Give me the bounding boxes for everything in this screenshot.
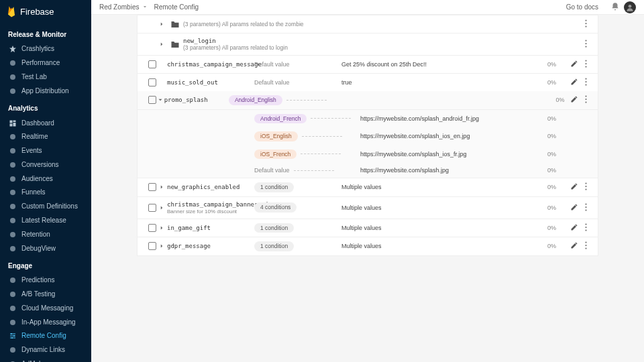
condition-chip[interactable]: Android_French [254, 114, 307, 124]
nav-item-label: Remote Config [21, 332, 66, 340]
avatar[interactable] [624, 1, 636, 13]
sidebar-item-dashboard[interactable]: Dashboard [0, 116, 91, 130]
nav-item-label: App Distribution [21, 87, 69, 95]
project-dropdown-icon[interactable] [142, 3, 148, 11]
nav-item-icon [8, 230, 17, 239]
condition-chip[interactable]: iOS_English [254, 131, 298, 141]
edit-icon[interactable] [570, 241, 578, 251]
row-checkbox[interactable] [148, 60, 156, 68]
params-table: (3 parameters) All params related to the… [137, 15, 598, 256]
sidebar-item-debugview[interactable]: DebugView [0, 241, 91, 255]
edit-icon[interactable] [570, 95, 578, 105]
param-row[interactable]: christmas_campaign_banner_sizeBanner siz… [138, 197, 598, 219]
folder-icon [167, 21, 183, 28]
more-icon[interactable] [585, 40, 587, 49]
sidebar-item-a-b-testing[interactable]: A/B Testing [0, 288, 91, 302]
content-area: (3 parameters) All params related to the… [91, 15, 644, 362]
expand-toggle[interactable] [156, 243, 167, 249]
edit-icon[interactable] [570, 223, 578, 233]
param-row[interactable]: in_game_gift1 conditionMultiple values0% [138, 219, 598, 238]
row-checkbox[interactable] [148, 183, 156, 191]
group-row[interactable]: (3 parameters) All params related to the… [138, 15, 598, 34]
condition-chip[interactable]: iOS_French [254, 149, 297, 160]
svg-point-46 [585, 229, 586, 231]
param-row[interactable]: new_graphics_enabled1 conditionMultiple … [138, 178, 598, 197]
condition-count-chip[interactable]: 1 condition [254, 241, 294, 251]
sidebar-item-in-app-messaging[interactable]: In-App Messaging [0, 315, 91, 329]
sidebar-item-retention[interactable]: Retention [0, 227, 91, 241]
expand-toggle[interactable] [156, 204, 167, 211]
nav-item-icon [8, 345, 17, 355]
sidebar-item-test-lab[interactable]: Test Lab [0, 70, 91, 84]
svg-point-8 [10, 204, 15, 209]
project-selector[interactable]: Red Zombies [99, 3, 139, 11]
chevron-right-icon [158, 21, 165, 27]
param-row[interactable]: promo_splash Android_English https://myw… [138, 91, 598, 110]
sidebar-item-admob[interactable]: AdMob [0, 357, 91, 362]
condition-count-chip[interactable]: 1 condition [254, 223, 294, 233]
expand-toggle[interactable] [156, 184, 167, 190]
more-icon[interactable] [585, 182, 587, 192]
default-value-label: Default value [254, 167, 290, 174]
row-checkbox[interactable] [148, 242, 156, 250]
edit-icon[interactable] [570, 203, 578, 213]
row-checkbox[interactable] [148, 78, 156, 86]
svg-point-41 [585, 203, 586, 204]
svg-point-2 [10, 88, 15, 94]
more-icon[interactable] [585, 78, 587, 87]
more-icon[interactable] [585, 223, 587, 233]
more-icon[interactable] [585, 241, 587, 251]
brand-logo[interactable]: Firebase [0, 0, 91, 24]
more-icon[interactable] [585, 60, 587, 69]
expand-toggle[interactable] [156, 41, 167, 48]
svg-point-12 [10, 278, 15, 283]
sidebar-item-custom-definitions[interactable]: Custom Definitions [0, 200, 91, 214]
sidebar-item-funnels[interactable]: Funnels [0, 186, 91, 200]
sidebar-item-predictions[interactable]: Predictions [0, 274, 91, 288]
section-release: Release & Monitor [0, 24, 91, 42]
sidebar-item-conversions[interactable]: Conversions [0, 158, 91, 172]
condition-chip[interactable]: Android_English [229, 95, 282, 105]
condition-count-chip[interactable]: 4 conditions [254, 202, 297, 213]
sidebar-item-cloud-messaging[interactable]: Cloud Messaging [0, 302, 91, 316]
more-icon[interactable] [585, 95, 587, 105]
expand-toggle[interactable] [156, 225, 167, 231]
param-subrow: iOS_Englishhttps://mywebsite.com/splash_… [138, 127, 598, 145]
nav-item-icon [8, 119, 17, 128]
svg-point-44 [585, 223, 586, 225]
svg-point-14 [10, 306, 15, 311]
nav-item-label: A/B Testing [21, 290, 55, 298]
param-row[interactable]: music_sold_outDefault valuetrue0% [138, 74, 598, 91]
expand-toggle[interactable] [156, 21, 167, 27]
docs-link[interactable]: Go to docs [566, 3, 598, 11]
sidebar-item-audiences[interactable]: Audiences [0, 172, 91, 186]
expand-toggle[interactable] [156, 97, 164, 103]
sidebar-item-remote-config[interactable]: Remote Config [0, 329, 91, 343]
nav-item-label: Retention [21, 231, 50, 239]
more-icon[interactable] [585, 203, 587, 213]
notifications-icon[interactable] [610, 2, 620, 13]
row-checkbox[interactable] [148, 96, 156, 104]
condition-count-chip[interactable]: 1 condition [254, 182, 294, 192]
param-row[interactable]: gdpr_message1 conditionMultiple values0% [138, 237, 598, 255]
svg-point-1 [10, 74, 15, 80]
row-checkbox[interactable] [148, 204, 156, 212]
row-checkbox[interactable] [148, 224, 156, 232]
sidebar-item-dynamic-links[interactable]: Dynamic Links [0, 343, 91, 357]
sidebar-item-crashlytics[interactable]: Crashlytics [0, 42, 91, 56]
param-row[interactable]: christmas_campaign_messageDefault valueG… [138, 56, 598, 74]
sidebar-item-app-distribution[interactable]: App Distribution [0, 84, 91, 98]
param-value: https://mywebsite.com/splash_ios_en.jpg [360, 133, 533, 139]
sidebar-item-events[interactable]: Events [0, 144, 91, 158]
svg-point-6 [10, 176, 15, 182]
param-value: https://mywebsite.com/splash_ios_fr.jpg [360, 151, 533, 158]
sidebar-item-realtime[interactable]: Realtime [0, 130, 91, 144]
edit-icon[interactable] [570, 182, 578, 192]
sidebar-item-latest-release[interactable]: Latest Release [0, 214, 91, 228]
param-value: Multiple values [341, 184, 533, 190]
edit-icon[interactable] [570, 78, 578, 87]
group-row[interactable]: new_login (3 parameters) All params rela… [138, 34, 598, 56]
sidebar-item-performance[interactable]: Performance [0, 56, 91, 70]
edit-icon[interactable] [570, 60, 578, 69]
more-icon[interactable] [585, 19, 587, 29]
